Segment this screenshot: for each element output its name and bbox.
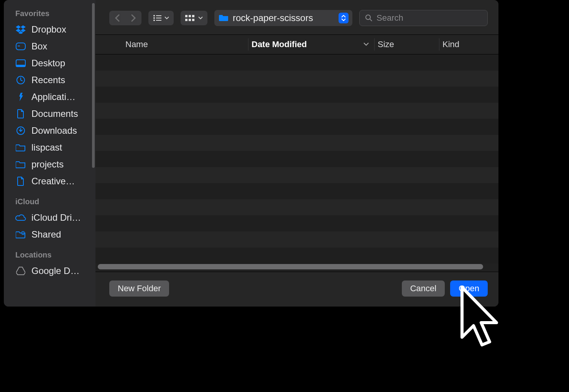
search-input[interactable]: [377, 13, 482, 23]
cloud-icon: [15, 213, 26, 222]
sidebar-scrollbar[interactable]: [92, 3, 95, 168]
sidebar-item-shared[interactable]: Shared: [4, 226, 95, 243]
new-folder-button[interactable]: New Folder: [109, 280, 169, 297]
svg-rect-11: [156, 18, 161, 18]
clock-icon: [15, 75, 26, 85]
sidebar-item-label: lispcast: [31, 142, 62, 153]
sidebar-item-desktop[interactable]: Desktop: [4, 55, 95, 72]
svg-point-12: [153, 20, 155, 21]
svg-point-8: [153, 15, 155, 16]
folder-path-dropdown[interactable]: rock-paper-scissors: [214, 10, 352, 26]
dialog-footer: New Folder Cancel Open: [95, 272, 498, 307]
column-kind-label: Kind: [442, 39, 459, 49]
column-kind[interactable]: Kind: [442, 39, 488, 49]
svg-point-7: [23, 232, 23, 233]
gdrive-icon: [15, 266, 26, 276]
sidebar-item-label: Box: [31, 41, 47, 52]
chevron-down-icon: [164, 16, 169, 20]
back-button[interactable]: [109, 11, 125, 25]
sidebar-item-label: iCloud Dri…: [31, 212, 81, 223]
sidebar-item-lispcast[interactable]: lispcast: [4, 139, 95, 156]
sidebar-item-google-drive[interactable]: Google D…: [4, 262, 95, 279]
section-header-favorites: Favorites: [4, 7, 95, 21]
sidebar-item-label: projects: [31, 159, 64, 170]
svg-rect-13: [156, 20, 161, 21]
apps-icon: [15, 92, 26, 102]
folder-icon: [15, 160, 26, 169]
sidebar-item-projects[interactable]: projects: [4, 156, 95, 173]
column-date-modified[interactable]: Date Modified: [252, 39, 374, 49]
column-divider: [439, 38, 439, 51]
column-date-label: Date Modified: [252, 39, 307, 49]
column-headers: Name Date Modified Size Kind: [95, 34, 498, 54]
chevron-down-icon: [198, 16, 203, 20]
sidebar-item-label: Dropbox: [31, 24, 66, 35]
sidebar-item-label: Google D…: [31, 266, 79, 276]
toolbar: rock-paper-scissors: [95, 0, 498, 34]
svg-rect-17: [185, 19, 187, 21]
sidebar-item-dropbox[interactable]: Dropbox: [4, 21, 95, 38]
open-dialog: Favorites Dropbox Box Desktop Recents: [4, 0, 498, 307]
sidebar-item-label: Shared: [31, 229, 61, 240]
disk-icon: [15, 42, 26, 51]
svg-rect-9: [156, 15, 161, 16]
search-icon: [365, 14, 373, 22]
forward-button[interactable]: [125, 11, 141, 25]
sidebar-item-recents[interactable]: Recents: [4, 72, 95, 89]
svg-rect-18: [189, 19, 191, 21]
sidebar-item-documents[interactable]: Documents: [4, 105, 95, 122]
document-icon: [15, 109, 26, 118]
svg-rect-19: [192, 19, 194, 21]
chevron-left-icon: [115, 14, 120, 22]
sidebar-item-label: Documents: [31, 108, 78, 119]
sidebar-item-icloud-drive[interactable]: iCloud Dri…: [4, 209, 95, 226]
search-field[interactable]: [359, 10, 488, 26]
desktop-icon: [15, 59, 26, 68]
sidebar-item-label: Applicati…: [31, 92, 76, 102]
svg-rect-14: [185, 15, 187, 17]
sidebar: Favorites Dropbox Box Desktop Recents: [4, 0, 95, 307]
column-divider: [374, 38, 375, 51]
section-header-icloud: iCloud: [4, 195, 95, 209]
main-pane: rock-paper-scissors Name Date Modified S…: [95, 0, 498, 307]
svg-rect-1: [18, 46, 20, 46]
sidebar-item-label: Recents: [31, 75, 65, 85]
list-icon: [153, 15, 161, 21]
document-icon: [15, 177, 26, 186]
file-list[interactable]: [95, 54, 498, 272]
horizontal-scrollbar[interactable]: [98, 264, 483, 269]
shared-folder-icon: [15, 230, 26, 239]
column-name-label: Name: [125, 39, 148, 49]
folder-icon: [15, 143, 26, 152]
svg-rect-3: [16, 65, 25, 67]
open-button[interactable]: Open: [450, 280, 488, 297]
svg-rect-16: [192, 15, 194, 17]
dropbox-icon: [15, 25, 26, 34]
column-divider: [248, 38, 248, 51]
download-icon: [15, 126, 26, 135]
sidebar-item-creative[interactable]: Creative…: [4, 173, 95, 190]
section-header-locations: Locations: [4, 248, 95, 262]
sidebar-item-label: Desktop: [31, 58, 65, 69]
nav-buttons: [109, 11, 141, 25]
cancel-button[interactable]: Cancel: [402, 280, 445, 297]
sidebar-item-label: Creative…: [31, 176, 75, 187]
sidebar-item-box[interactable]: Box: [4, 38, 95, 55]
svg-rect-15: [189, 15, 191, 17]
column-size[interactable]: Size: [378, 39, 439, 49]
folder-path-label: rock-paper-scissors: [233, 13, 335, 23]
column-size-label: Size: [378, 39, 394, 49]
svg-rect-0: [16, 43, 25, 50]
sidebar-item-label: Downloads: [31, 125, 77, 136]
folder-icon: [219, 14, 229, 22]
file-list-background: [95, 54, 498, 272]
sidebar-item-downloads[interactable]: Downloads: [4, 122, 95, 139]
view-list-button[interactable]: [148, 11, 174, 25]
sidebar-item-applications[interactable]: Applicati…: [4, 89, 95, 105]
chevron-right-icon: [131, 14, 136, 22]
column-name[interactable]: Name: [125, 39, 248, 49]
svg-point-20: [366, 15, 370, 20]
grid-icon: [185, 15, 195, 21]
view-group-button[interactable]: [181, 11, 207, 25]
chevron-down-icon: [363, 43, 369, 46]
